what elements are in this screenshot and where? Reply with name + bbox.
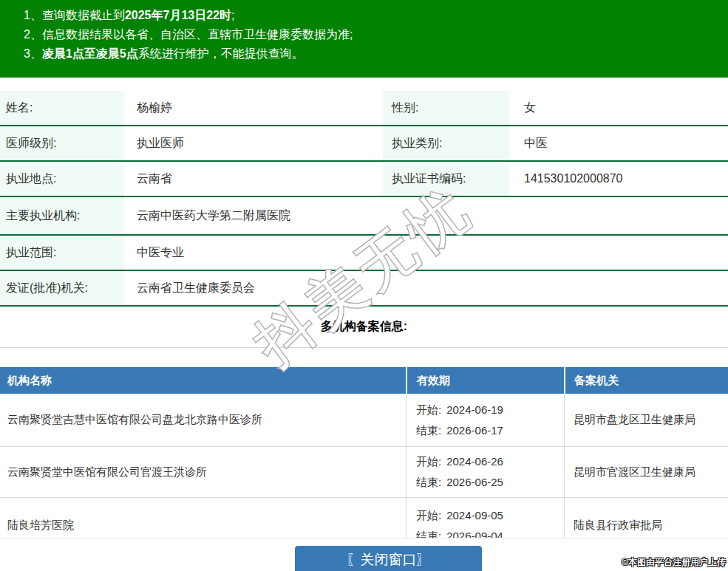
- practice-category-label: 执业类别:: [383, 126, 509, 160]
- info-row-level-category: 医师级别: 执业医师 执业类别: 中医: [0, 126, 728, 162]
- institution-name: 云南聚贤堂中医馆有限公司官渡王洪诊所: [0, 447, 406, 497]
- issuing-authority-value: 云南省卫生健康委员会: [127, 271, 728, 305]
- end-date-line: 结束:2026-06-17: [416, 420, 564, 441]
- issuing-authority-label: 发证(批准)机关:: [0, 271, 124, 305]
- practice-scope-label: 执业范围:: [0, 236, 124, 270]
- filing-agency: 昆明市盘龙区卫生健康局: [564, 394, 728, 446]
- info-row-issuing-authority: 发证(批准)机关: 云南省卫生健康委员会: [0, 271, 728, 307]
- gender-label: 性别:: [383, 91, 509, 125]
- start-date-line: 开始:2024-09-05: [416, 505, 564, 526]
- footer-bar: 〖关闭窗口〗 ©本图由平台注册用户上传: [0, 538, 728, 571]
- notice-line-1: 1、查询数据截止到2025年7月13日22时;: [24, 6, 721, 25]
- certificate-number-value: 141530102000870: [512, 162, 728, 196]
- filing-table-header: 机构名称 有效期 备案机关: [0, 367, 728, 394]
- certificate-number-label: 执业证书编码:: [383, 162, 509, 196]
- filing-table: 机构名称 有效期 备案机关 云南聚贤堂吉慧中医馆有限公司盘龙北京路中医诊所 开始…: [0, 367, 728, 554]
- notice-line-1-number: 1、: [24, 9, 42, 21]
- institution-name: 云南聚贤堂吉慧中医馆有限公司盘龙北京路中医诊所: [0, 394, 406, 446]
- start-date-line: 开始:2024-06-19: [416, 400, 564, 420]
- validity-dates: 开始:2024-06-19 结束:2026-06-17: [406, 394, 564, 446]
- info-row-practice-scope: 执业范围: 中医专业: [0, 236, 728, 271]
- copyright-notice: ©本图由平台注册用户上传: [622, 556, 726, 569]
- practice-location-label: 执业地点:: [0, 162, 124, 196]
- close-window-button[interactable]: 〖关闭窗口〗: [295, 546, 482, 571]
- column-header-institution: 机构名称: [0, 367, 406, 394]
- name-label: 姓名:: [0, 91, 124, 125]
- practice-location-value: 云南省: [127, 162, 381, 196]
- notice-banner: 1、查询数据截止到2025年7月13日22时; 2、信息数据结果以各省、自治区、…: [0, 0, 728, 78]
- main-institution-value: 云南中医药大学第二附属医院: [127, 197, 728, 234]
- notice-line-3-number: 3、: [24, 47, 42, 60]
- name-value: 杨榆婷: [127, 91, 381, 125]
- column-header-agency: 备案机关: [564, 367, 728, 394]
- notice-line-3: 3、凌晨1点至凌晨5点系统进行维护，不能提供查询。: [24, 44, 721, 64]
- validity-dates: 开始:2024-06-26 结束:2026-06-25: [406, 447, 564, 497]
- column-header-validity: 有效期: [406, 367, 564, 394]
- multi-institution-section-title: 多机构备案信息:: [0, 307, 728, 348]
- doctor-level-label: 医师级别:: [0, 126, 124, 160]
- info-row-location-certno: 执业地点: 云南省 执业证书编码: 141530102000870: [0, 162, 728, 197]
- end-date-line: 结束:2026-06-25: [416, 472, 564, 493]
- doctor-level-value: 执业医师: [127, 126, 381, 160]
- filing-agency: 昆明市官渡区卫生健康局: [564, 447, 728, 497]
- info-row-name-gender: 姓名: 杨榆婷 性别: 女: [0, 91, 728, 126]
- table-row: 云南聚贤堂中医馆有限公司官渡王洪诊所 开始:2024-06-26 结束:2026…: [0, 447, 728, 498]
- main-institution-label: 主要执业机构:: [0, 197, 124, 234]
- gender-value: 女: [512, 91, 728, 125]
- notice-line-2: 2、信息数据结果以各省、自治区、直辖市卫生健康委数据为准;: [24, 25, 721, 44]
- practitioner-info-table: 姓名: 杨榆婷 性别: 女 医师级别: 执业医师 执业类别: 中医 执业地点: …: [0, 91, 728, 307]
- info-row-main-institution: 主要执业机构: 云南中医药大学第二附属医院: [0, 197, 728, 236]
- table-row: 云南聚贤堂吉慧中医馆有限公司盘龙北京路中医诊所 开始:2024-06-19 结束…: [0, 394, 728, 447]
- notice-line-2-number: 2、: [24, 28, 42, 41]
- practice-scope-value: 中医专业: [127, 236, 728, 270]
- start-date-line: 开始:2024-06-26: [416, 451, 564, 472]
- practice-category-value: 中医: [512, 126, 728, 160]
